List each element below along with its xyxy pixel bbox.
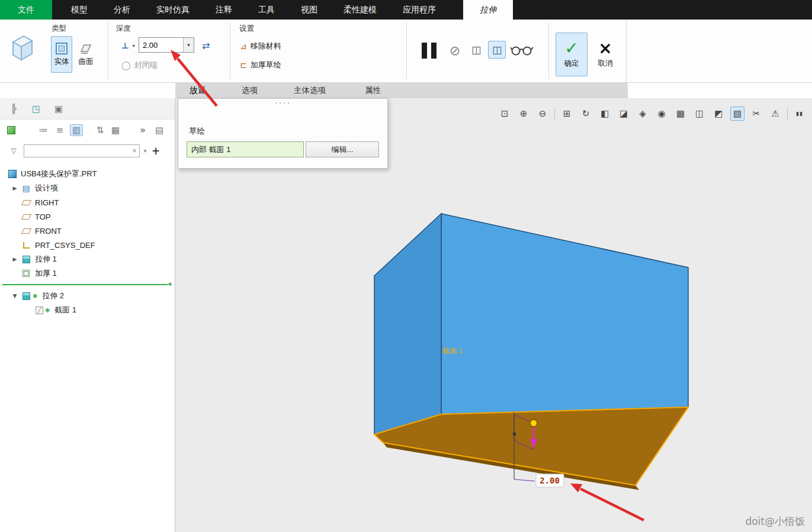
remove-material-toggle[interactable]: ⊿ 移除材料 bbox=[237, 38, 284, 54]
menu-tab-live-simulation[interactable]: 实时仿真 bbox=[143, 0, 203, 20]
sketch-reference-field[interactable]: 内部 截面 1 bbox=[187, 141, 304, 157]
depth-group-title: 深度 bbox=[116, 24, 131, 34]
menu-tab-analysis[interactable]: 分析 bbox=[101, 0, 143, 20]
ok-button[interactable]: ✓ 确定 bbox=[556, 33, 588, 76]
add-filter-icon[interactable]: + bbox=[149, 145, 162, 157]
thicken-sketch-toggle[interactable]: ⊏ 加厚草绘 bbox=[237, 57, 284, 73]
datum-plane-icon bbox=[21, 200, 31, 205]
settings-group-title: 设置 bbox=[239, 24, 254, 34]
ribbon-separator bbox=[230, 22, 230, 79]
model-tree-sidebar: ╠ ◳ ▣ ≔ ≡ ▥ ⇅ ▦ » ▤ ▽ × ▾ + USB4接头保护罩.PR… bbox=[0, 98, 175, 532]
surface-type-label: 曲面 bbox=[79, 57, 94, 67]
expander-icon[interactable]: ▶ bbox=[8, 185, 21, 191]
tree-item-label[interactable]: 拉伸 1 bbox=[35, 254, 57, 265]
surface-icon bbox=[79, 42, 92, 55]
tree-item-label[interactable]: RIGHT bbox=[35, 198, 59, 207]
tab-options[interactable]: 选项 bbox=[242, 83, 258, 98]
tree-item-extrude-2-pending[interactable]: ▼ ∗ 拉伸 2 bbox=[0, 289, 175, 303]
tree-item-section-1-pending[interactable]: ╱ ∗ 截面 1 bbox=[0, 303, 175, 317]
menu-tab-extrude-active[interactable]: 拉伸 bbox=[463, 0, 513, 20]
menu-tab-view[interactable]: 视图 bbox=[288, 0, 330, 20]
pending-mark-icon: ∗ bbox=[44, 306, 50, 314]
tree-grid-icon[interactable]: ▦ bbox=[109, 125, 122, 136]
insertion-locator[interactable]: ◄ bbox=[2, 280, 172, 289]
tree-search-input[interactable] bbox=[24, 145, 130, 157]
depth-value-combobox[interactable]: ▾ bbox=[139, 37, 194, 53]
tab-properties[interactable]: 属性 bbox=[365, 83, 381, 98]
menu-tab-annotate[interactable]: 注释 bbox=[203, 0, 245, 20]
detail-list-icon[interactable]: ≡ bbox=[53, 125, 66, 136]
tree-report-icon[interactable]: ▤ bbox=[153, 125, 166, 136]
tab-placement[interactable]: 放置 bbox=[190, 83, 206, 98]
depth-combo-caret-icon[interactable]: ▾ bbox=[183, 38, 194, 52]
expander-icon[interactable]: ▼ bbox=[8, 293, 21, 299]
tree-item-csys[interactable]: PRT_CSYS_DEF bbox=[0, 238, 175, 252]
depth-value-input[interactable] bbox=[139, 38, 183, 51]
tree-item-part-root[interactable]: USB4接头保护罩.PRT bbox=[0, 167, 175, 181]
sidebar-toolbar-middle: ≔ ≡ ▥ ⇅ ▦ » ▤ bbox=[0, 120, 175, 141]
datum-plane-icon bbox=[21, 214, 31, 220]
main-menubar: 文件 模型 分析 实时仿真 注释 工具 视图 柔性建模 应用程序 拉伸 bbox=[0, 0, 812, 20]
tree-item-label[interactable]: FRONT bbox=[35, 227, 62, 236]
tree-item-top-plane[interactable]: TOP bbox=[0, 209, 175, 224]
attached-preview-button[interactable]: ◫ bbox=[488, 41, 506, 59]
tree-options-icon[interactable]: ▣ bbox=[52, 104, 65, 114]
tab-body-options[interactable]: 主体选项 bbox=[294, 83, 326, 98]
depth-type-dropdown[interactable]: ⊥ ▾ bbox=[118, 38, 138, 53]
verify-glasses-icon[interactable] bbox=[511, 44, 534, 56]
coordinate-system-icon bbox=[23, 242, 30, 249]
watermark-text: doit@小悟饭 bbox=[745, 515, 805, 528]
tree-item-thicken-1[interactable]: 加厚 1 bbox=[0, 266, 175, 280]
tree-item-right-plane[interactable]: RIGHT bbox=[0, 195, 175, 209]
menu-tab-applications[interactable]: 应用程序 bbox=[390, 0, 449, 20]
extrude-ribbon: 类型 实体 曲面 深度 ⊥ ▾ ▾ ⇄ ◯ 封闭端 设置 ⊿ 移除材料 ⊏ bbox=[0, 20, 812, 83]
menu-tab-file[interactable]: 文件 bbox=[0, 0, 52, 20]
no-preview-button[interactable]: ⊘ bbox=[445, 41, 464, 60]
tree-item-label[interactable]: 拉伸 2 bbox=[42, 291, 64, 301]
model-left-wall[interactable] bbox=[374, 214, 441, 434]
unattached-preview-button[interactable]: ◫ bbox=[468, 41, 484, 58]
layer-tree-icon[interactable]: ◳ bbox=[30, 104, 43, 114]
expander-icon[interactable]: ▶ bbox=[8, 256, 21, 262]
list-view-icon[interactable]: ≔ bbox=[37, 125, 50, 136]
closed-end-label: 封闭端 bbox=[134, 60, 158, 70]
thicken-sketch-label: 加厚草绘 bbox=[251, 60, 281, 70]
surface-type-button[interactable]: 曲面 bbox=[75, 36, 97, 73]
placement-panel: ···· 草绘 内部 截面 1 编辑... bbox=[178, 98, 388, 169]
tree-item-label[interactable]: 截面 1 bbox=[54, 305, 76, 315]
tree-item-front-plane[interactable]: FRONT bbox=[0, 224, 175, 238]
tree-columns-icon[interactable]: ▥ bbox=[70, 124, 83, 136]
flip-depth-direction-button[interactable]: ⇄ bbox=[199, 38, 213, 53]
closed-end-button[interactable]: ◯ 封闭端 bbox=[118, 57, 161, 73]
tree-item-label[interactable]: PRT_CSYS_DEF bbox=[35, 241, 95, 250]
drag-handle-circle[interactable] bbox=[530, 420, 537, 427]
edit-sketch-button[interactable]: 编辑... bbox=[306, 141, 379, 157]
pause-feature-button[interactable] bbox=[416, 37, 442, 63]
ribbon-separator bbox=[626, 20, 627, 82]
sort-tree-icon[interactable]: ⇅ bbox=[94, 125, 107, 136]
dimension-value-text[interactable]: 2.00 bbox=[540, 476, 560, 485]
menu-tab-model[interactable]: 模型 bbox=[58, 0, 101, 20]
cancel-label: 取消 bbox=[598, 59, 613, 69]
tree-item-label[interactable]: 加厚 1 bbox=[35, 268, 57, 279]
tree-item-design-items[interactable]: ▶ ▤ 设计项 bbox=[0, 181, 175, 195]
insertion-arrow-icon: ◄ bbox=[166, 280, 172, 287]
dimension-handle[interactable] bbox=[513, 433, 516, 436]
tree-item-label[interactable]: TOP bbox=[35, 212, 51, 221]
solid-type-button[interactable]: 实体 bbox=[51, 36, 72, 73]
section-annotation-label[interactable]: 截面 1 bbox=[442, 347, 463, 355]
model-tree-icon[interactable]: ╠ bbox=[7, 104, 20, 114]
clear-search-icon[interactable]: × bbox=[130, 147, 139, 155]
tree-item-label[interactable]: USB4接头保护罩.PRT bbox=[21, 169, 97, 179]
search-caret-icon[interactable]: ▾ bbox=[141, 148, 149, 154]
filter-funnel-icon[interactable]: ▽ bbox=[7, 147, 20, 155]
menu-tab-flexible-modeling[interactable]: 柔性建模 bbox=[330, 0, 390, 20]
tree-item-extrude-1[interactable]: ▶ 拉伸 1 bbox=[0, 252, 175, 266]
model-back-wall[interactable] bbox=[441, 214, 688, 414]
tree-item-label[interactable]: 设计项 bbox=[35, 183, 58, 194]
panel-grip-icon[interactable]: ···· bbox=[178, 99, 387, 106]
menu-tab-tools[interactable]: 工具 bbox=[245, 0, 288, 20]
expand-more-chevrons-icon[interactable]: » bbox=[136, 125, 149, 136]
cancel-button[interactable]: × 取消 bbox=[590, 33, 621, 76]
show-hide-icon[interactable] bbox=[7, 126, 15, 134]
